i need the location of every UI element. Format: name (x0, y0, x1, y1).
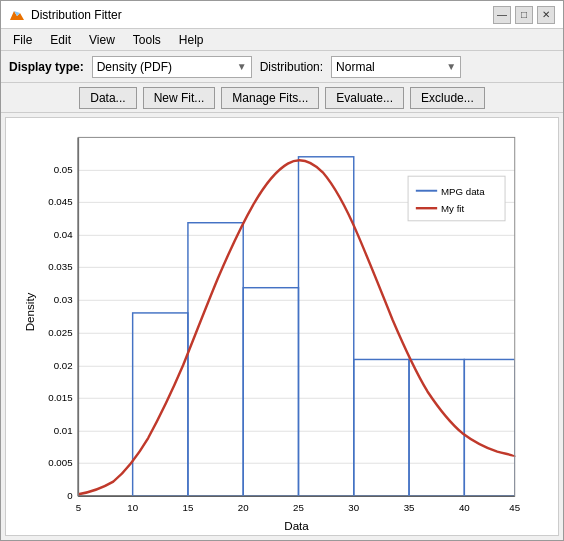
distribution-label: Distribution: (260, 60, 323, 74)
display-type-label: Display type: (9, 60, 84, 74)
svg-text:0.015: 0.015 (48, 392, 72, 403)
svg-text:25: 25 (293, 502, 304, 513)
menu-help[interactable]: Help (171, 31, 212, 49)
svg-text:0: 0 (67, 490, 73, 501)
toolbar-row: Display type: Density (PDF) ▼ Distributi… (1, 51, 563, 83)
display-type-arrow: ▼ (233, 61, 247, 72)
svg-text:0.025: 0.025 (48, 327, 72, 338)
plot-area: 0 0.005 0.01 0.015 0.02 0.025 0.03 0.035… (5, 117, 559, 536)
new-fit-button[interactable]: New Fit... (143, 87, 216, 109)
chart-svg: 0 0.005 0.01 0.015 0.02 0.025 0.03 0.035… (6, 118, 558, 535)
menu-file[interactable]: File (5, 31, 40, 49)
title-bar-left: Distribution Fitter (9, 7, 122, 23)
distribution-dropdown[interactable]: Normal ▼ (331, 56, 461, 78)
svg-text:45: 45 (509, 502, 520, 513)
title-bar-controls: — □ ✕ (493, 6, 555, 24)
y-axis-title: Density (23, 292, 36, 331)
buttons-row: Data... New Fit... Manage Fits... Evalua… (1, 83, 563, 113)
svg-text:0.04: 0.04 (54, 229, 73, 240)
svg-text:20: 20 (238, 502, 249, 513)
svg-text:0.05: 0.05 (54, 164, 73, 175)
svg-text:40: 40 (459, 502, 470, 513)
menu-bar: File Edit View Tools Help (1, 29, 563, 51)
svg-text:10: 10 (127, 502, 138, 513)
app-icon (9, 7, 25, 23)
distribution-value: Normal (336, 60, 375, 74)
legend-mpg-label: MPG data (441, 186, 485, 197)
close-button[interactable]: ✕ (537, 6, 555, 24)
svg-text:5: 5 (76, 502, 81, 513)
svg-text:0.045: 0.045 (48, 196, 72, 207)
svg-text:0.005: 0.005 (48, 457, 72, 468)
title-bar: Distribution Fitter — □ ✕ (1, 1, 563, 29)
manage-fits-button[interactable]: Manage Fits... (221, 87, 319, 109)
main-window: Distribution Fitter — □ ✕ File Edit View… (0, 0, 564, 541)
maximize-button[interactable]: □ (515, 6, 533, 24)
evaluate-button[interactable]: Evaluate... (325, 87, 404, 109)
display-type-value: Density (PDF) (97, 60, 172, 74)
exclude-button[interactable]: Exclude... (410, 87, 485, 109)
window-title: Distribution Fitter (31, 8, 122, 22)
data-button[interactable]: Data... (79, 87, 136, 109)
x-axis-title: Data (284, 519, 309, 532)
svg-text:30: 30 (348, 502, 359, 513)
legend-fit-label: My fit (441, 203, 464, 214)
menu-view[interactable]: View (81, 31, 123, 49)
svg-text:15: 15 (183, 502, 194, 513)
distribution-arrow: ▼ (442, 61, 456, 72)
minimize-button[interactable]: — (493, 6, 511, 24)
svg-text:35: 35 (404, 502, 415, 513)
svg-text:0.02: 0.02 (54, 360, 73, 371)
svg-text:0.035: 0.035 (48, 261, 72, 272)
legend-box (408, 176, 505, 221)
svg-text:0.03: 0.03 (54, 294, 73, 305)
menu-edit[interactable]: Edit (42, 31, 79, 49)
svg-text:0.01: 0.01 (54, 425, 73, 436)
menu-tools[interactable]: Tools (125, 31, 169, 49)
display-type-dropdown[interactable]: Density (PDF) ▼ (92, 56, 252, 78)
